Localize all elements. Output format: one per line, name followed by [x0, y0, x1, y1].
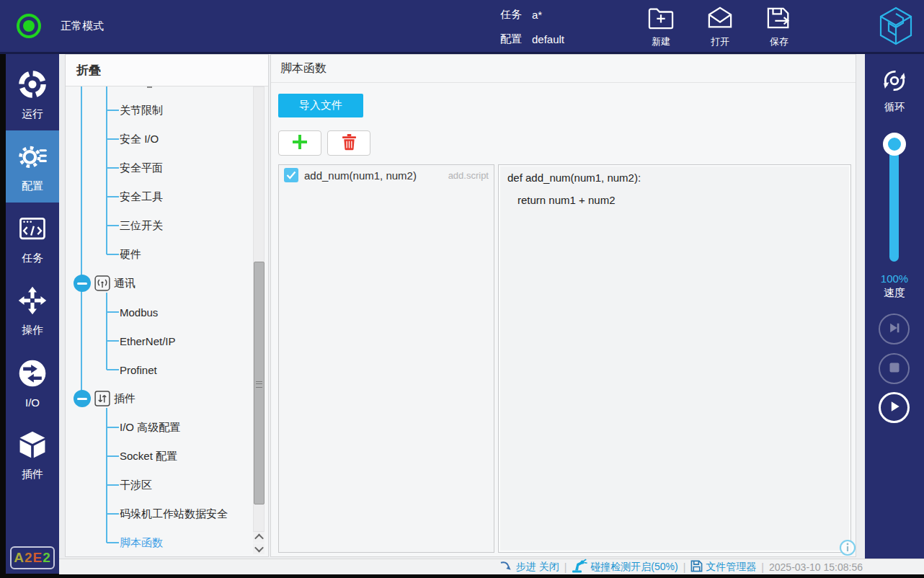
- sidebar-io-label: I/O: [25, 396, 40, 409]
- stop-button[interactable]: [879, 353, 910, 384]
- speed-label: 速度: [865, 286, 924, 300]
- badge-char: E: [33, 550, 43, 566]
- sidebar-item-config[interactable]: 配置: [6, 130, 59, 203]
- task-config-info: 任务 a* 配置 default: [500, 6, 564, 48]
- task-icon: [17, 213, 48, 247]
- open-button-label: 打开: [711, 35, 729, 48]
- tree-scrollbar-thumb[interactable]: [254, 262, 265, 504]
- tree-item-profinet[interactable]: Profinet: [66, 355, 268, 384]
- new-file-icon: [647, 6, 675, 33]
- scroll-up-button[interactable]: [253, 532, 265, 543]
- loop-button[interactable]: 循环: [865, 66, 924, 114]
- script-name: add_num(num1, num2): [304, 169, 417, 182]
- save-button[interactable]: 保存: [757, 6, 801, 48]
- badge-char: 2: [25, 550, 33, 566]
- chevron-up-icon: [254, 534, 264, 543]
- task-value: a*: [532, 9, 542, 21]
- script-code-preview: def add_num(num1, num2): return num1 + n…: [498, 164, 851, 553]
- tree-item-joint-limit[interactable]: 关节限制: [66, 96, 268, 125]
- tree-item-io-advanced-config[interactable]: I/O 高级配置: [66, 413, 268, 442]
- run-icon: [17, 68, 48, 103]
- speed-slider-track[interactable]: [889, 142, 899, 262]
- tree-item-palletizer-data-safety[interactable]: 码垛机工作站数据安全: [66, 499, 268, 528]
- tree-item-safety-io[interactable]: 安全 I/O: [66, 125, 268, 154]
- script-function-panel: 脚本函数 导入文件: [270, 54, 856, 557]
- stop-icon: [888, 361, 901, 377]
- tree-item-script-function[interactable]: 脚本函数: [66, 528, 268, 557]
- sidebar-item-io[interactable]: I/O: [6, 347, 59, 419]
- skip-icon: [887, 321, 902, 338]
- system-timestamp: 2025-03-10 15:08:56: [769, 561, 863, 573]
- code-line: return num1 + num2: [507, 194, 842, 206]
- code-line: def add_num(num1, num2):: [507, 172, 842, 184]
- scroll-down-button[interactable]: [253, 543, 265, 554]
- config-label: 配置: [500, 32, 522, 46]
- page-title: 脚本函数: [271, 55, 856, 83]
- speed-slider-knob[interactable]: [883, 133, 906, 156]
- tree-item-communication[interactable]: 通讯: [66, 269, 268, 298]
- info-icon[interactable]: [839, 539, 856, 559]
- sidebar-config-label: 配置: [22, 179, 43, 193]
- sidebar-task-label: 任务: [22, 252, 43, 265]
- script-toolbar: [278, 130, 856, 156]
- right-sidebar: 循环 100% 速度: [865, 54, 924, 559]
- script-file-name: add.script: [448, 170, 489, 181]
- step-arrow-icon: [499, 560, 513, 574]
- top-bar: 正常模式 任务 a* 配置 default 新建: [0, 0, 924, 54]
- delete-script-button[interactable]: [327, 130, 370, 156]
- sidebar-item-plugin[interactable]: 插件: [6, 419, 59, 491]
- sidebar-item-task[interactable]: 任务: [6, 203, 59, 275]
- script-list-item[interactable]: add_num(num1, num2) add.script: [279, 165, 494, 185]
- tree-item-modbus[interactable]: Modbus: [66, 298, 268, 326]
- collapse-tree-button[interactable]: 折叠: [66, 55, 268, 86]
- script-checkbox[interactable]: [284, 168, 298, 182]
- file-manager-button[interactable]: 文件管理器: [690, 560, 756, 574]
- badge-char: 2: [43, 550, 51, 566]
- tree-item-safety-tool[interactable]: 安全工具: [66, 182, 268, 211]
- robot-model-badge[interactable]: A 2 E 2: [10, 546, 55, 569]
- tree-item-safety-plane[interactable]: 安全平面: [66, 154, 268, 182]
- step-mode-status[interactable]: 步进 关闭: [499, 560, 559, 574]
- add-script-button[interactable]: [278, 130, 321, 156]
- save-button-label: 保存: [770, 35, 788, 48]
- script-body: add_num(num1, num2) add.script def add_n…: [278, 164, 851, 553]
- task-label: 任务: [500, 8, 522, 22]
- io-icon: [17, 357, 48, 392]
- config-value: default: [532, 33, 564, 45]
- sidebar-item-operate[interactable]: 操作: [6, 275, 59, 347]
- sidebar-run-label: 运行: [22, 107, 43, 121]
- play-button[interactable]: [879, 392, 910, 423]
- plus-icon: [290, 133, 309, 154]
- tree-item-interference-zone[interactable]: 干涉区: [66, 471, 268, 499]
- tree-item-socket-config[interactable]: Socket 配置: [66, 442, 268, 471]
- top-actions: 新建 打开 保存: [639, 6, 801, 48]
- play-icon: [887, 399, 902, 417]
- chevron-down-icon: [254, 543, 264, 553]
- antenna-icon: [94, 275, 110, 291]
- new-button-label: 新建: [652, 35, 670, 48]
- open-button[interactable]: 打开: [698, 6, 742, 48]
- import-file-button[interactable]: 导入文件: [278, 94, 363, 117]
- tree-item-ethernet-ip[interactable]: EtherNet/IP: [66, 326, 268, 355]
- collapse-toggle-icon[interactable]: [74, 275, 91, 292]
- gear-icon: [17, 141, 48, 175]
- robot-arm-icon: [572, 559, 587, 575]
- collapse-toggle-icon[interactable]: [74, 390, 91, 407]
- brand-logo-icon: [879, 6, 912, 48]
- status-bar: 步进 关闭 | 碰撞检测开启(50%) |: [59, 559, 924, 574]
- script-list: add_num(num1, num2) add.script: [278, 164, 494, 553]
- loop-icon: [879, 66, 910, 99]
- tree-item-hardware[interactable]: 硬件: [66, 240, 268, 269]
- tree-scrollbar-track[interactable]: [253, 86, 265, 532]
- tree-item-three-position-switch[interactable]: 三位开关: [66, 211, 268, 240]
- status-separator: |: [564, 561, 567, 573]
- app-screen: 正常模式 任务 a* 配置 default 新建: [0, 0, 924, 578]
- plugin-box-icon: [94, 391, 110, 406]
- status-separator: |: [761, 561, 764, 573]
- tree-item-plugin[interactable]: 插件: [66, 384, 268, 413]
- collision-detection-status[interactable]: 碰撞检测开启(50%): [572, 559, 678, 575]
- step-forward-button[interactable]: [879, 314, 910, 344]
- sidebar-item-run[interactable]: 运行: [6, 58, 59, 130]
- config-tree-panel: 折叠 关节限制 安全 I/O 安全平面 安全工具 三位开关 硬件: [65, 54, 269, 557]
- new-button[interactable]: 新建: [639, 6, 683, 48]
